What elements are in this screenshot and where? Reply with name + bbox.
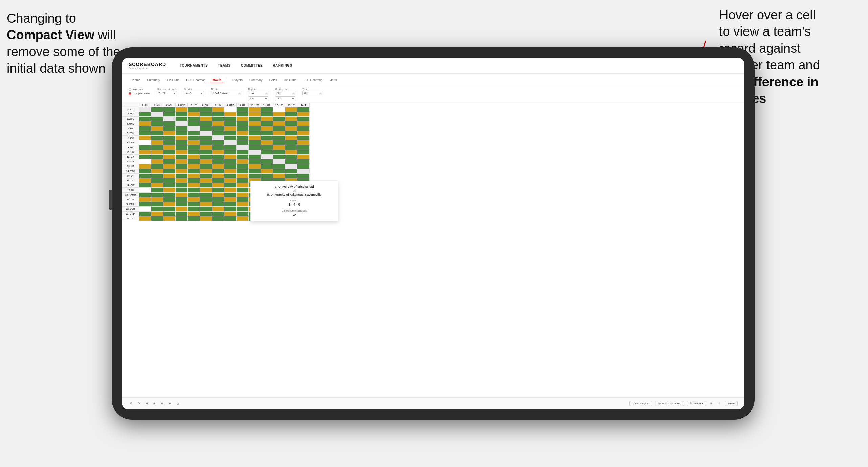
cell-10-12[interactable] bbox=[285, 155, 297, 159]
cell-11-1[interactable] bbox=[151, 159, 163, 164]
tab-h2h-heatmap-left[interactable]: H2H Heatmap bbox=[184, 77, 208, 83]
cell-21-8[interactable] bbox=[237, 207, 249, 212]
cell-4-13[interactable] bbox=[297, 126, 310, 131]
cell-8-9[interactable] bbox=[249, 145, 261, 150]
cell-7-7[interactable] bbox=[224, 140, 237, 145]
cell-17-3[interactable] bbox=[176, 188, 188, 193]
cell-21-5[interactable] bbox=[200, 207, 212, 212]
cell-19-8[interactable] bbox=[237, 197, 249, 202]
cell-7-5[interactable] bbox=[200, 140, 212, 145]
cell-21-6[interactable] bbox=[212, 207, 224, 212]
cell-17-0[interactable] bbox=[139, 188, 151, 193]
cell-23-8[interactable] bbox=[237, 216, 249, 221]
cell-22-5[interactable] bbox=[200, 212, 212, 216]
table-row[interactable]: 6. FSU bbox=[122, 131, 310, 136]
cell-20-2[interactable] bbox=[163, 202, 176, 207]
cell-9-9[interactable] bbox=[249, 150, 261, 155]
redo-button[interactable]: ↻ bbox=[136, 401, 141, 406]
cell-6-9[interactable] bbox=[249, 136, 261, 140]
cell-20-7[interactable] bbox=[224, 202, 237, 207]
cell-6-1[interactable] bbox=[151, 136, 163, 140]
filter-region-select2[interactable]: N/A bbox=[248, 96, 268, 101]
cell-14-9[interactable] bbox=[249, 174, 261, 178]
cell-9-3[interactable] bbox=[176, 150, 188, 155]
cell-13-7[interactable] bbox=[224, 169, 237, 174]
cell-1-9[interactable] bbox=[249, 112, 261, 117]
cell-8-5[interactable] bbox=[200, 145, 212, 150]
cell-15-6[interactable] bbox=[212, 178, 224, 183]
cell-10-0[interactable] bbox=[139, 155, 151, 159]
cell-9-13[interactable] bbox=[297, 150, 310, 155]
cell-12-4[interactable] bbox=[188, 164, 200, 169]
tab-h2h-grid-left[interactable]: H2H Grid bbox=[164, 77, 182, 83]
cell-15-2[interactable] bbox=[163, 178, 176, 183]
cell-9-7[interactable] bbox=[224, 150, 237, 155]
cell-16-1[interactable] bbox=[151, 183, 163, 188]
cell-2-4[interactable] bbox=[188, 117, 200, 121]
cell-6-2[interactable] bbox=[163, 136, 176, 140]
cell-13-11[interactable] bbox=[273, 169, 285, 174]
cell-10-13[interactable] bbox=[297, 155, 310, 159]
cell-1-7[interactable] bbox=[224, 112, 237, 117]
tab-summary-right[interactable]: Summary bbox=[247, 77, 265, 83]
cell-11-11[interactable] bbox=[273, 159, 285, 164]
cell-5-11[interactable] bbox=[273, 131, 285, 136]
cell-8-11[interactable] bbox=[273, 145, 285, 150]
cell-2-13[interactable] bbox=[297, 117, 310, 121]
cell-12-3[interactable] bbox=[176, 164, 188, 169]
cell-20-6[interactable] bbox=[212, 202, 224, 207]
cell-23-1[interactable] bbox=[151, 216, 163, 221]
filter-conf-select1[interactable]: (All) bbox=[275, 91, 295, 95]
cell-11-5[interactable] bbox=[200, 159, 212, 164]
cell-22-0[interactable] bbox=[139, 212, 151, 216]
cell-13-1[interactable] bbox=[151, 169, 163, 174]
cell-13-5[interactable] bbox=[200, 169, 212, 174]
cell-4-2[interactable] bbox=[163, 126, 176, 131]
cell-5-8[interactable] bbox=[237, 131, 249, 136]
cell-13-4[interactable] bbox=[188, 169, 200, 174]
cell-23-6[interactable] bbox=[212, 216, 224, 221]
cell-15-8[interactable] bbox=[237, 178, 249, 183]
cell-6-5[interactable] bbox=[200, 136, 212, 140]
cell-12-12[interactable] bbox=[285, 164, 297, 169]
cell-3-9[interactable] bbox=[249, 121, 261, 126]
cell-13-10[interactable] bbox=[261, 169, 273, 174]
cell-19-2[interactable] bbox=[163, 197, 176, 202]
cell-9-1[interactable] bbox=[151, 150, 163, 155]
cell-20-8[interactable] bbox=[237, 202, 249, 207]
tab-matrix-right[interactable]: Matrix bbox=[327, 77, 340, 83]
cell-23-0[interactable] bbox=[139, 216, 151, 221]
filter-conf-select2[interactable]: (All) bbox=[275, 96, 295, 101]
cell-5-13[interactable] bbox=[297, 131, 310, 136]
cell-9-10[interactable] bbox=[261, 150, 273, 155]
cell-6-0[interactable] bbox=[139, 136, 151, 140]
cell-18-5[interactable] bbox=[200, 193, 212, 197]
cell-0-13[interactable] bbox=[297, 107, 310, 112]
cell-19-0[interactable] bbox=[139, 197, 151, 202]
cell-3-4[interactable] bbox=[188, 121, 200, 126]
cell-17-2[interactable] bbox=[163, 188, 176, 193]
cell-16-6[interactable] bbox=[212, 183, 224, 188]
tab-players[interactable]: Players bbox=[230, 77, 245, 83]
cell-21-4[interactable] bbox=[188, 207, 200, 212]
cell-13-3[interactable] bbox=[176, 169, 188, 174]
tool-btn-2[interactable]: ⊟ bbox=[152, 401, 157, 406]
cell-1-11[interactable] bbox=[273, 112, 285, 117]
cell-11-2[interactable] bbox=[163, 159, 176, 164]
cell-2-7[interactable] bbox=[224, 117, 237, 121]
cell-4-0[interactable] bbox=[139, 126, 151, 131]
cell-18-1[interactable] bbox=[151, 193, 163, 197]
nav-rankings[interactable]: RANKINGS bbox=[273, 64, 292, 67]
cell-19-1[interactable] bbox=[151, 197, 163, 202]
cell-7-1[interactable] bbox=[151, 140, 163, 145]
filter-gender-select[interactable]: Men's bbox=[184, 91, 204, 95]
cell-3-0[interactable] bbox=[139, 121, 151, 126]
cell-14-3[interactable] bbox=[176, 174, 188, 178]
cell-0-6[interactable] bbox=[212, 107, 224, 112]
tool-expand-btn[interactable]: ⤢ bbox=[717, 401, 722, 406]
cell-3-13[interactable] bbox=[297, 121, 310, 126]
cell-7-10[interactable] bbox=[261, 140, 273, 145]
cell-14-8[interactable] bbox=[237, 174, 249, 178]
cell-10-5[interactable] bbox=[200, 155, 212, 159]
cell-9-0[interactable] bbox=[139, 150, 151, 155]
